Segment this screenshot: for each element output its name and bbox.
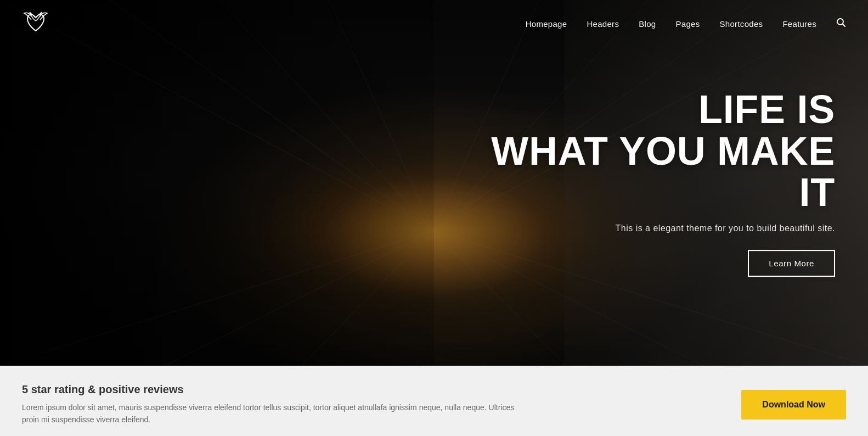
bottom-bar: 5 star rating & positive reviews Lorem i… xyxy=(0,366,868,436)
nav-link-headers[interactable]: Headers xyxy=(587,19,619,29)
bottom-title: 5 star rating & positive reviews xyxy=(22,383,516,396)
download-now-button[interactable]: Download Now xyxy=(741,390,846,420)
nav-link-shortcodes[interactable]: Shortcodes xyxy=(720,19,763,29)
hero-section: LIFE IS WHAT YOU MAKE IT This is a elega… xyxy=(0,0,868,366)
logo[interactable] xyxy=(22,10,49,37)
nav-link-homepage[interactable]: Homepage xyxy=(526,19,567,29)
nav-link-blog[interactable]: Blog xyxy=(639,19,656,29)
hero-title: LIFE IS WHAT YOU MAKE IT xyxy=(451,89,835,214)
search-icon[interactable] xyxy=(836,18,846,30)
bottom-text-block: 5 star rating & positive reviews Lorem i… xyxy=(22,383,516,426)
hero-subtitle: This is a elegant theme for you to build… xyxy=(451,223,835,233)
nav-link-features[interactable]: Features xyxy=(782,19,816,29)
learn-more-button[interactable]: Learn More xyxy=(748,250,835,277)
nav-links: Homepage Headers Blog Pages Shortcodes F… xyxy=(526,18,846,30)
nav-link-pages[interactable]: Pages xyxy=(675,19,700,29)
svg-line-1 xyxy=(843,24,846,26)
navbar: Homepage Headers Blog Pages Shortcodes F… xyxy=(0,0,868,47)
bottom-body-text: Lorem ipsum dolor sit amet, mauris suspe… xyxy=(22,401,516,426)
hero-content: LIFE IS WHAT YOU MAKE IT This is a elega… xyxy=(451,89,835,277)
